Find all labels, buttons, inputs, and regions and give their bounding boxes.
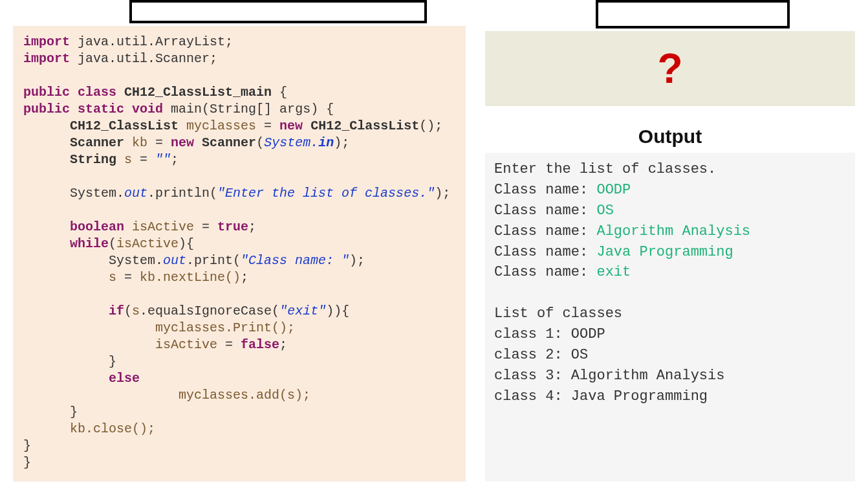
s-var: s [124, 152, 132, 167]
while-cond: isActive [116, 236, 179, 251]
question-mark-icon: ? [657, 45, 682, 93]
add-call: myclasses.add(s); [179, 388, 310, 403]
out-prompt-line: Enter the list of classes. [494, 161, 716, 177]
import-2: java.util.Scanner [78, 51, 210, 66]
out-row-3: Class name: Java Programming [494, 244, 733, 260]
class-name: CH12_ClassList_main [124, 85, 272, 100]
out-row-1: Class name: OS [494, 203, 614, 219]
out-row-4: Class name: exit [494, 264, 631, 280]
scanner-var: kb [132, 135, 147, 150]
s-init: "" [155, 152, 171, 167]
import-1: java.util.ArrayList [78, 34, 225, 49]
println-arg: "Enter the list of classes." [217, 186, 435, 201]
left-column: import java.util.ArrayList; import java.… [13, 0, 466, 482]
list-row-3: class 4: Java Programming [494, 388, 708, 405]
list-type: CH12_ClassList [70, 118, 179, 133]
list-row-0: class 1: OODP [494, 326, 605, 342]
list-var: myclasses [186, 118, 256, 133]
main-sig: main(String[] args) [171, 102, 318, 116]
output-title: Output [485, 126, 855, 148]
out-row-2: Class name: Algorithm Analysis [494, 223, 750, 239]
list-header: List of classes [494, 305, 622, 322]
output-panel: Enter the list of classes. Class name: O… [485, 153, 855, 482]
code-panel: import java.util.ArrayList; import java.… [13, 26, 466, 482]
list-row-2: class 3: Algorithm Analysis [494, 368, 724, 384]
right-column: ? Output Enter the list of classes. Clas… [485, 0, 855, 482]
right-label-box [596, 0, 790, 28]
exit-literal: "exit" [279, 304, 326, 318]
print-arg: "Class name: " [241, 253, 349, 268]
print-call: myclasses.Print(); [155, 320, 295, 335]
nextline-call: kb.nextLine() [140, 270, 241, 285]
list-type-ctor: CH12_ClassList [310, 118, 419, 133]
list-row-1: class 2: OS [494, 347, 588, 363]
left-label-box [129, 0, 427, 23]
active-var: isActive [132, 219, 194, 234]
question-panel: ? [485, 31, 855, 106]
close-call: kb.close(); [70, 421, 155, 436]
out-row-0: Class name: OODP [494, 182, 631, 198]
slide-container: import java.util.ArrayList; import java.… [0, 0, 868, 488]
